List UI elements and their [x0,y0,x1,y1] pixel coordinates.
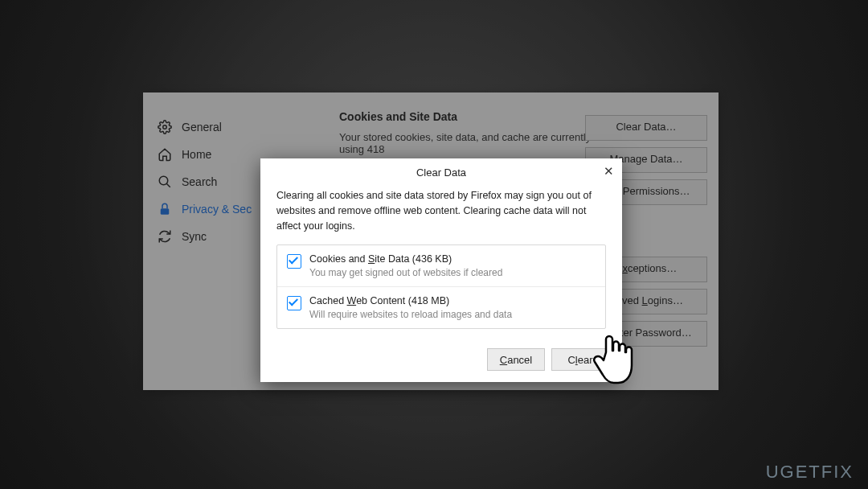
option-cookies[interactable]: Cookies and Site Data (436 KB) You may g… [277,245,605,286]
clear-button[interactable]: Clear [551,348,609,371]
close-icon[interactable]: ✕ [604,165,614,177]
option-label: Cached Web Content (418 MB) [309,295,512,306]
cancel-button[interactable]: Cancel [487,348,545,371]
checkbox-checked-icon[interactable] [287,254,301,269]
option-cache[interactable]: Cached Web Content (418 MB) Will require… [277,286,605,328]
dialog-options-group: Cookies and Site Data (436 KB) You may g… [276,244,606,329]
option-sub: You may get signed out of websites if cl… [309,267,502,278]
dialog-title-bar: Clear Data ✕ [260,158,622,187]
clear-data-dialog: Clear Data ✕ Clearing all cookies and si… [260,158,622,382]
dialog-actions: Cancel Clear [260,340,622,382]
dialog-title: Clear Data [416,166,466,179]
screenshot-stage: General Home Search Privacy & Sec Sync C… [0,0,868,489]
option-label: Cookies and Site Data (436 KB) [309,253,502,265]
checkbox-checked-icon[interactable] [287,296,301,310]
dialog-intro-text: Clearing all cookies and site data store… [276,188,606,233]
watermark: UGETFIX [766,462,854,483]
dialog-body: Clearing all cookies and site data store… [260,187,622,340]
option-sub: Will require websites to reload images a… [309,309,512,320]
